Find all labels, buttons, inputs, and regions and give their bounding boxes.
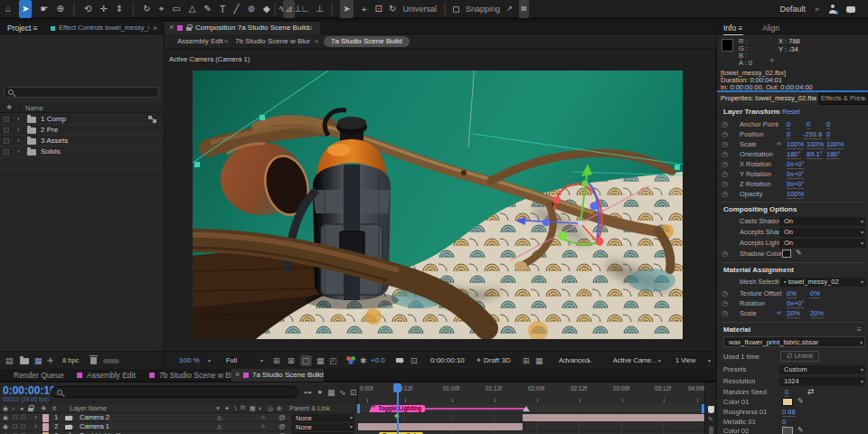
gizmo-scale-icon[interactable]: ⊡ — [375, 0, 382, 18]
magnification-chevron[interactable]: ▾ — [202, 356, 214, 365]
material-file-dropdown[interactable]: wax_flower_print_fabric.sbsar▾ — [723, 336, 865, 347]
layer-name[interactable]: Camera 2 — [80, 413, 109, 422]
zoom-tool-icon[interactable]: ⊕ — [56, 0, 63, 18]
snapping-label[interactable]: Snapping — [466, 0, 500, 18]
transparency-grid-icon[interactable]: ▦ — [316, 355, 325, 366]
live-update-icon[interactable]: ✦ — [316, 387, 324, 398]
property-value[interactable]: 0x+0° — [787, 160, 804, 169]
property-value[interactable]: 20% — [810, 309, 824, 318]
label-color-chip[interactable] — [4, 138, 9, 144]
property-value[interactable]: 0 — [782, 418, 786, 427]
comp-marker-bin-icon[interactable] — [708, 406, 714, 413]
stopwatch-icon[interactable]: ◷ — [722, 170, 728, 179]
shy-icon[interactable]: ✶ — [215, 405, 221, 412]
project-row-3-assets[interactable]: › 3 Assets — [0, 136, 165, 146]
property-value[interactable]: 20% — [787, 309, 800, 318]
expand-chevron-icon[interactable]: › — [17, 146, 20, 157]
fx-icon[interactable]: fx — [241, 404, 245, 410]
project-settings-icon[interactable]: ✈ — [47, 355, 54, 366]
layer-name-column-header[interactable]: Layer Name — [70, 404, 107, 413]
property-value[interactable]: 0 — [826, 120, 830, 129]
layer-label-color[interactable] — [42, 423, 49, 431]
property-value[interactable]: 0.88 — [782, 408, 796, 417]
property-value[interactable]: 89.1° — [807, 150, 823, 159]
stopwatch-icon[interactable]: ◷ — [722, 250, 728, 259]
motion-blur-column-icon[interactable]: ◐ — [259, 405, 262, 411]
playhead-handle[interactable] — [393, 383, 401, 392]
parent-link-column-header[interactable]: Parent & Link — [289, 404, 330, 413]
panel-menu-icon[interactable]: ≡ — [739, 24, 743, 33]
property-value[interactable]: 180° — [787, 150, 801, 159]
eye-icon[interactable]: ◉ — [3, 423, 8, 430]
brush-gutter-icon[interactable]: ✎ — [708, 416, 713, 423]
magnification-dropdown[interactable]: 100 % — [179, 352, 200, 370]
close-tab-icon[interactable]: × — [169, 22, 174, 33]
tab-7b-scene[interactable]: 7b Studio Scene w Blur — [159, 369, 239, 382]
mini-flowchart-icon[interactable]: ⊶ — [304, 387, 312, 398]
interpret-footage-icon[interactable]: ▤ — [5, 355, 14, 366]
property-value[interactable]: 100% — [787, 190, 804, 199]
view-layout-dropdown[interactable]: 1 View▾ — [671, 356, 712, 365]
expand-snapping-icon[interactable]: ↗ — [506, 0, 513, 18]
project-search-input[interactable] — [4, 87, 159, 98]
view-axis-mode-icon[interactable]: ⊥ — [316, 0, 324, 18]
delete-item-icon[interactable] — [90, 357, 97, 364]
label-color-column-icon[interactable]: ❖ — [6, 104, 12, 111]
casts-shadows-dropdown[interactable]: On▾ — [779, 217, 865, 226]
grid-guides-icon[interactable]: ⊞ — [273, 355, 280, 366]
stopwatch-icon[interactable]: ◷ — [722, 130, 728, 139]
show-snapshot-icon[interactable]: ⊡ — [410, 355, 418, 366]
resolution-material-dropdown[interactable]: 1024▾ — [779, 377, 865, 386]
panel-menu-icon[interactable]: ≡ — [307, 22, 312, 34]
rectangle-tool-icon[interactable]: ▭ — [172, 0, 180, 18]
randomize-seed-icon[interactable]: ⇄ — [807, 387, 815, 396]
link-dimensions-icon[interactable]: ∞ — [777, 309, 781, 316]
marker-track[interactable]: Toggle Lighting — [357, 404, 704, 413]
label-color-chip[interactable] — [4, 149, 9, 155]
universal-gizmo-label[interactable]: Universal — [402, 0, 437, 18]
timeline-search-input[interactable] — [51, 386, 298, 398]
resolution-dropdown[interactable]: Full▾ — [222, 356, 265, 365]
rotation-tool-icon[interactable]: ↻ — [143, 0, 150, 18]
shadow-color-swatch[interactable] — [782, 250, 791, 258]
property-value[interactable]: 100% — [826, 140, 844, 149]
ground-plane-icon[interactable]: ⊞ — [523, 355, 530, 366]
close-tab-icon[interactable]: × — [235, 369, 240, 381]
unlink-button[interactable]: ∅ Unlink — [780, 351, 819, 362]
presets-dropdown[interactable]: Custom▾ — [779, 365, 865, 374]
graph-editor-icon[interactable]: ⊡ — [350, 387, 357, 398]
tab-7a-scene-active[interactable]: × 7a Studio Scene Build ≡ — [231, 369, 324, 382]
folder-name[interactable]: 1 Comp — [41, 114, 66, 125]
share-user-icon[interactable] — [828, 5, 837, 14]
breadcrumb-item-7b[interactable]: 7b Studio Scene w Blur — [235, 34, 310, 49]
eraser-tool-icon[interactable]: ◆ — [263, 0, 270, 18]
name-column-header[interactable]: Name — [25, 103, 43, 113]
stopwatch-icon[interactable]: ◷ — [722, 299, 728, 308]
expand-chevron-icon[interactable]: › — [17, 125, 20, 136]
project-row-solids[interactable]: › Solids — [0, 146, 165, 157]
stopwatch-icon[interactable]: ◷ — [722, 289, 728, 298]
property-value[interactable]: 0x+0° — [787, 180, 804, 189]
pan-camera-tool-icon[interactable]: ✛ — [99, 0, 107, 18]
color-01-swatch[interactable] — [782, 398, 793, 406]
comp-marker-icon[interactable] — [523, 406, 530, 411]
eyedropper-icon[interactable]: ✎ — [797, 397, 804, 405]
property-value[interactable]: 0% — [810, 289, 820, 298]
view-camera-dropdown[interactable]: Active Came...▾ — [609, 356, 663, 365]
exposure-value[interactable]: +0.0 — [371, 352, 385, 370]
type-tool-icon[interactable]: T — [220, 0, 226, 18]
quality-icon[interactable]: ∖ — [233, 405, 237, 412]
eyedropper-icon[interactable]: ✎ — [796, 249, 802, 257]
clone-stamp-tool-icon[interactable]: ⊚ — [248, 0, 255, 18]
renderer-dropdown[interactable]: Advanced...▾ — [554, 356, 592, 365]
tab-composition-active[interactable]: × Composition 7a Studio Scene Build ≡ — [165, 22, 320, 34]
property-value[interactable]: 0% — [787, 289, 797, 298]
stopwatch-icon[interactable]: ◷ — [722, 150, 728, 159]
scrollbar-horizontal[interactable] — [103, 359, 119, 363]
work-area-start-handle[interactable] — [357, 404, 360, 413]
project-row-1-comp[interactable]: › 1 Comp — [0, 114, 165, 125]
link-dimensions-icon[interactable]: ∞ — [777, 140, 781, 146]
tab-align[interactable]: Align — [762, 22, 779, 34]
layer-label-color[interactable] — [42, 414, 49, 422]
layer-name[interactable]: Camera 1 — [80, 422, 109, 431]
